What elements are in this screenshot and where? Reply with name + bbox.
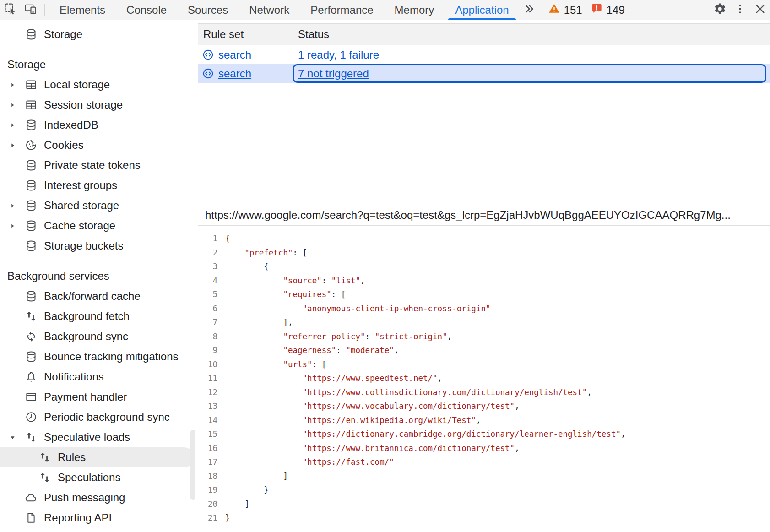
gear-icon [713, 2, 727, 17]
status-link[interactable]: 1 ready, 1 failure [298, 49, 379, 61]
line-number[interactable]: 19 [198, 483, 217, 497]
status-link[interactable]: 7 not triggered [298, 67, 369, 80]
line-number[interactable]: 21 [198, 511, 217, 525]
rule-set-row[interactable]: search7 not triggered [198, 64, 770, 83]
rule-set-cell[interactable]: search [198, 67, 293, 80]
sidebar-item-cache-storage[interactable]: Cache storage [0, 216, 198, 236]
settings-button[interactable] [710, 0, 730, 20]
line-number[interactable]: 15 [198, 427, 217, 441]
sidebar-item-periodic-background-sync[interactable]: Periodic background sync [0, 407, 198, 427]
tab-performance[interactable]: Performance [300, 0, 384, 20]
sidebar-item-indexeddb[interactable]: IndexedDB [0, 115, 198, 135]
line-number[interactable]: 2 [198, 246, 217, 260]
code-line: 8 "referrer_policy": "strict-origin", [198, 330, 770, 344]
sidebar-item-storage[interactable]: Storage [0, 24, 198, 44]
line-content: "referrer_policy": "strict-origin", [217, 330, 452, 344]
tab-selected-underline [448, 18, 515, 20]
punctuation-token: ] [225, 499, 249, 509]
line-number[interactable]: 7 [198, 315, 217, 330]
line-number[interactable]: 11 [198, 371, 217, 385]
sidebar-item-label: Storage buckets [44, 239, 123, 252]
close-icon [754, 2, 767, 17]
code-line: 12 "https://www.collinsdictionary.com/di… [198, 385, 770, 400]
code-line: 19 } [198, 483, 770, 497]
sidebar-item-notifications[interactable]: Notifications [0, 367, 198, 387]
tab-memory[interactable]: Memory [384, 0, 445, 20]
line-number[interactable]: 20 [198, 497, 217, 511]
sidebar-item-rules[interactable]: Rules [0, 447, 194, 467]
punctuation-token: , [360, 276, 365, 285]
line-number[interactable]: 5 [198, 288, 217, 302]
sidebar-item-private-state-tokens[interactable]: Private state tokens [0, 155, 198, 175]
triangle-right-icon[interactable] [9, 75, 25, 95]
tab-console[interactable]: Console [116, 0, 177, 20]
column-header-status[interactable]: Status [293, 28, 329, 41]
line-number[interactable]: 6 [198, 302, 217, 316]
sidebar-item-reporting-api[interactable]: Reporting API [0, 508, 198, 528]
sidebar-item-shared-storage[interactable]: Shared storage [0, 195, 198, 216]
tab-application[interactable]: Application [445, 0, 519, 20]
status-cell-focused[interactable]: 7 not triggered [293, 64, 766, 83]
main-panel: Rule setStatussearch1 ready, 1 failurese… [198, 20, 770, 532]
sidebar-scrollbar-thumb[interactable] [190, 430, 195, 500]
sidebar-item-bounce-tracking-mitigations[interactable]: Bounce tracking mitigations [0, 347, 198, 367]
sidebar-item-background-fetch[interactable]: Background fetch [0, 306, 198, 326]
tab-elements[interactable]: Elements [49, 0, 116, 20]
column-header-rule-set[interactable]: Rule set [198, 28, 293, 41]
sidebar-item-label: Background fetch [44, 310, 130, 323]
code-line: 18 ] [198, 469, 770, 483]
menu-button[interactable] [730, 0, 750, 20]
triangle-right-icon[interactable] [9, 195, 25, 216]
tab-sources[interactable]: Sources [177, 0, 239, 20]
arrow-slot-empty [9, 155, 25, 175]
triangle-right-icon[interactable] [9, 216, 25, 236]
string-token: "prefetch" [244, 248, 293, 257]
punctuation-token: : [ [293, 248, 308, 257]
warnings-counter[interactable]: 151 [548, 2, 582, 17]
sidebar-item-push-messaging[interactable]: Push messaging [0, 488, 198, 508]
close-devtools-button[interactable] [750, 0, 770, 20]
sidebar-item-session-storage[interactable]: Session storage [0, 95, 198, 115]
more-tabs-button[interactable] [520, 0, 540, 20]
rule-set-json-viewer[interactable]: 1{2 "prefetch": [3 {4 "source": "list",5… [198, 226, 770, 532]
triangle-right-icon[interactable] [9, 95, 25, 115]
rule-set-link[interactable]: search [218, 49, 251, 61]
line-number[interactable]: 3 [198, 260, 217, 274]
line-number[interactable]: 10 [198, 358, 217, 372]
sidebar-item-label: Local storage [44, 78, 110, 91]
rule-set-link[interactable]: search [218, 67, 251, 80]
sidebar-item-cookies[interactable]: Cookies [0, 135, 198, 155]
arrow-slot-empty [9, 488, 25, 508]
database-icon [25, 179, 38, 192]
line-number[interactable]: 17 [198, 455, 217, 469]
line-number[interactable]: 16 [198, 441, 217, 456]
sidebar-item-speculative-loads[interactable]: Speculative loads [0, 427, 198, 447]
line-number[interactable]: 18 [198, 469, 217, 483]
sidebar-item-storage-buckets[interactable]: Storage buckets [0, 236, 198, 256]
rule-set-row[interactable]: search1 ready, 1 failure [198, 45, 770, 64]
rule-set-cell[interactable]: search [198, 49, 293, 61]
line-number[interactable]: 8 [198, 330, 217, 344]
sidebar-item-speculations[interactable]: Speculations [0, 467, 198, 488]
sidebar-item-interest-groups[interactable]: Interest groups [0, 175, 198, 195]
issues-counter[interactable]: 149 [591, 2, 625, 17]
line-number[interactable]: 4 [198, 274, 217, 288]
string-token: "https://fast.com/" [303, 457, 394, 467]
line-number[interactable]: 14 [198, 413, 217, 428]
sidebar-item-local-storage[interactable]: Local storage [0, 75, 198, 95]
sidebar-item-background-sync[interactable]: Background sync [0, 326, 198, 347]
line-number[interactable]: 1 [198, 232, 217, 246]
line-number[interactable]: 13 [198, 399, 217, 413]
tab-network[interactable]: Network [239, 0, 300, 20]
updown-arrows-icon [38, 451, 51, 464]
inspect-button[interactable] [0, 0, 20, 20]
triangle-right-icon[interactable] [9, 115, 25, 135]
sidebar-item-payment-handler[interactable]: Payment handler [0, 387, 198, 407]
triangle-right-icon[interactable] [9, 135, 25, 155]
device-toolbar-button[interactable] [20, 0, 40, 20]
line-number[interactable]: 12 [198, 385, 217, 400]
status-cell[interactable]: 1 ready, 1 failure [293, 49, 770, 61]
line-number[interactable]: 9 [198, 343, 217, 358]
sidebar-item-back-forward-cache[interactable]: Back/forward cache [0, 286, 198, 306]
triangle-down-icon[interactable] [9, 427, 25, 447]
